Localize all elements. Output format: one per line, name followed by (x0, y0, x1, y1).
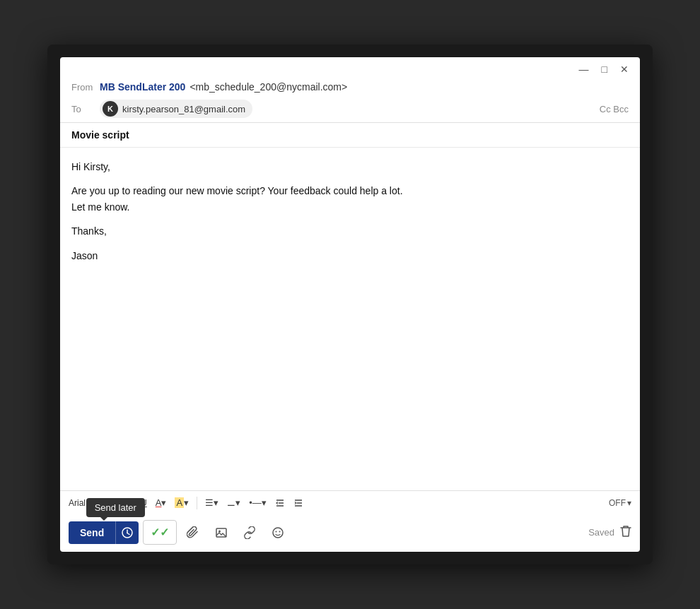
ordered-list-button[interactable]: ⚊ ▾ (223, 495, 244, 510)
bold-button[interactable]: B (110, 495, 124, 510)
body-line3: Let me know. (71, 201, 130, 213)
maximize-button[interactable]: □ (599, 63, 610, 76)
body-thanks: Thanks, (71, 223, 629, 239)
toolbar-divider-1 (197, 497, 197, 509)
subject-row: Movie script (60, 123, 640, 148)
font-size-chevron: ▾ (100, 498, 105, 508)
indent-increase-button[interactable] (290, 496, 307, 510)
email-body[interactable]: Hi Kirsty, Are you up to reading our new… (60, 148, 640, 490)
font-selector[interactable]: Arial (69, 498, 86, 508)
align-button[interactable]: ☰ ▾ (202, 495, 222, 510)
font-color-chevron: ▾ (161, 497, 166, 508)
svg-line-8 (127, 533, 129, 534)
action-row: Send later Send ✓✓ (60, 514, 640, 552)
highlight-button[interactable]: A ▾ (171, 495, 192, 510)
body-line2: Are you up to reading our new movie scri… (71, 185, 403, 196)
trash-icon (620, 525, 631, 538)
from-sender: MB SendLater 200 <mb_schedule_200@nycmai… (100, 81, 347, 93)
body-signature: Jason (71, 248, 629, 264)
minimize-button[interactable]: — (576, 63, 592, 76)
formatting-toolbar: Arial 10 ▾ B I U A ▾ A ▾ ☰ ▾ ⚊ ▾ (60, 490, 640, 514)
link-icon (243, 526, 256, 539)
saved-area: Saved (588, 525, 631, 540)
send-clock-button[interactable] (115, 521, 139, 544)
link-button[interactable] (238, 522, 262, 543)
italic-button[interactable]: I (126, 495, 136, 510)
attach-button[interactable] (181, 522, 205, 543)
from-email: <mb_schedule_200@nycmail.com> (189, 81, 347, 93)
body-greeting: Hi Kirsty, (71, 159, 629, 175)
unordered-list-button[interactable]: •— ▾ (245, 495, 270, 510)
compose-window: — □ ✕ From MB SendLater 200 <mb_schedule… (60, 57, 640, 552)
emoji-button[interactable] (266, 522, 290, 543)
body-main: Are you up to reading our new movie scri… (71, 183, 629, 215)
off-chevron: ▾ (627, 498, 631, 508)
close-button[interactable]: ✕ (617, 63, 631, 76)
svg-point-11 (273, 528, 283, 538)
from-row: From MB SendLater 200 <mb_schedule_200@n… (60, 78, 640, 97)
underline-button[interactable]: U (136, 495, 150, 510)
indent-decrease-button[interactable] (272, 496, 288, 510)
align-chevron: ▾ (214, 497, 218, 508)
emoji-icon (272, 526, 284, 539)
recipient-avatar: K (103, 101, 118, 117)
to-row: To K kirsty.pearson_81@gmail.com Cc Bcc (60, 97, 640, 123)
from-name: MB SendLater 200 (100, 81, 185, 93)
off-label: OFF (609, 498, 626, 508)
image-button[interactable] (209, 522, 233, 543)
clock-icon (122, 527, 133, 538)
subject-text: Movie script (71, 129, 129, 141)
send-button-group: Send later Send (69, 521, 139, 544)
from-label: From (71, 82, 94, 93)
saved-label: Saved (588, 527, 614, 538)
check-button[interactable]: ✓✓ (143, 520, 177, 545)
check-icon: ✓✓ (151, 526, 169, 539)
delete-button[interactable] (620, 525, 631, 540)
indent-decrease-icon (275, 498, 285, 508)
title-bar: — □ ✕ (60, 57, 640, 78)
send-label: Send (80, 527, 104, 538)
recipient-email: kirsty.pearson_81@gmail.com (122, 104, 245, 114)
svg-point-12 (276, 531, 277, 532)
indent-increase-icon (293, 498, 303, 508)
font-size-selector[interactable]: 10 ▾ (90, 498, 105, 508)
highlight-chevron: ▾ (184, 497, 189, 508)
ol-chevron: ▾ (235, 497, 240, 508)
svg-point-13 (279, 531, 281, 532)
off-toggle[interactable]: OFF ▾ (609, 498, 631, 508)
font-color-button[interactable]: A ▾ (152, 495, 170, 510)
attachment-icon (187, 526, 199, 539)
image-icon (215, 526, 228, 539)
recipient-chip[interactable]: K kirsty.pearson_81@gmail.com (100, 100, 252, 118)
title-bar-controls: — □ ✕ (576, 63, 631, 76)
font-size-value: 10 (90, 498, 99, 508)
svg-point-10 (218, 530, 221, 532)
cc-bcc-button[interactable]: Cc Bcc (600, 104, 629, 114)
to-label: To (71, 104, 94, 114)
send-button[interactable]: Send (69, 521, 115, 544)
ul-chevron: ▾ (262, 497, 267, 508)
